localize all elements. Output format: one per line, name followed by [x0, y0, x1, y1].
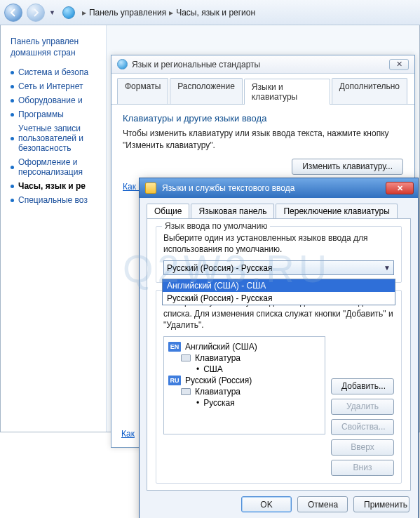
- help-link-bottom[interactable]: Как: [121, 429, 135, 439]
- sidebar-item-system[interactable]: Система и безопа: [11, 67, 100, 77]
- section-text: Чтобы изменить клавиатуру или язык ввода…: [123, 128, 403, 152]
- move-up-button[interactable]: Вверх: [331, 439, 394, 456]
- keyboard-icon: [145, 182, 156, 194]
- breadcrumb-sep: ▸: [169, 8, 173, 18]
- tree-lang-en[interactable]: EN Английский (США): [168, 341, 320, 352]
- breadcrumb: ▸ Панель управления ▸ Часы, язык и регио…: [82, 8, 255, 18]
- tab-langbar[interactable]: Языковая панель: [191, 204, 274, 218]
- breadcrumb-sep: ▸: [82, 8, 86, 18]
- apply-button[interactable]: Применить: [353, 496, 409, 512]
- tab-location[interactable]: Расположение: [170, 78, 243, 104]
- sidebar-item-clock-lang[interactable]: Часы, язык и ре: [11, 181, 100, 191]
- ts-title: Языки и службы текстового ввода: [162, 183, 380, 193]
- sidebar-item-accessibility[interactable]: Специальные воз: [11, 195, 100, 205]
- ts-tabs: Общие Языковая панель Переключение клави…: [140, 198, 418, 218]
- sidebar-item-programs[interactable]: Программы: [11, 109, 100, 119]
- ts-titlebar: Языки и службы текстового ввода ✕: [140, 178, 418, 198]
- keyboard-icon: [181, 388, 191, 395]
- default-lang-dropdown: Английский (США) - США Русский (Россия) …: [162, 279, 395, 305]
- sidebar-item-network[interactable]: Сеть и Интернет: [11, 81, 100, 91]
- move-down-button[interactable]: Вниз: [331, 460, 394, 476]
- ts-panel: Язык ввода по умолчанию Выберите один из…: [147, 218, 411, 491]
- tab-keyboards[interactable]: Языки и клавиатуры: [244, 79, 330, 105]
- tree-layout-en[interactable]: • США: [196, 364, 320, 375]
- globe-icon: [117, 59, 128, 69]
- language-tree[interactable]: EN Английский (США) Клавиатура • США RU …: [163, 336, 325, 434]
- region-title: Язык и региональные стандарты: [132, 60, 385, 69]
- properties-button[interactable]: Свойства...: [331, 419, 394, 435]
- dropdown-option-en[interactable]: Английский (США) - США: [163, 279, 395, 292]
- dropdown-option-ru[interactable]: Русский (Россия) - Русская: [163, 292, 395, 305]
- remove-button[interactable]: Удалить: [331, 399, 394, 415]
- sidebar-item-appearance[interactable]: Оформление и персонализация: [11, 157, 100, 177]
- nav-forward-button[interactable]: [27, 4, 45, 22]
- group-title: Язык ввода по умолчанию: [162, 221, 270, 231]
- sidebar-item-hardware[interactable]: Оборудование и: [11, 95, 100, 105]
- nav-back-button[interactable]: [4, 4, 22, 22]
- close-button[interactable]: ✕: [389, 59, 409, 70]
- region-tabs: Форматы Расположение Языки и клавиатуры …: [111, 74, 414, 105]
- tab-formats[interactable]: Форматы: [117, 78, 168, 104]
- tab-additional[interactable]: Дополнительно: [332, 78, 407, 104]
- tree-buttons: Добавить... Удалить Свойства... Вверх Вн…: [331, 378, 394, 476]
- region-titlebar: Язык и региональные стандарты ✕: [111, 55, 414, 74]
- section-header: Клавиатуры и другие языки ввода: [123, 113, 403, 124]
- text-services-dialog: Языки и службы текстового ввода ✕ Общие …: [139, 178, 419, 518]
- chevron-down-icon: ▼: [384, 264, 391, 272]
- change-keyboard-button[interactable]: Изменить клавиатуру...: [292, 159, 403, 175]
- add-button[interactable]: Добавить...: [331, 378, 394, 394]
- group-installed-services: Установленные службы Выберите нужные слу…: [156, 290, 402, 484]
- ts-footer: OK Отмена Применить: [140, 496, 418, 518]
- sidebar-home-link[interactable]: Панель управлен: [11, 36, 100, 46]
- group-default-lang: Язык ввода по умолчанию Выберите один из…: [156, 226, 402, 283]
- breadcrumb-item[interactable]: Панель управления: [89, 8, 166, 18]
- tab-switch[interactable]: Переключение клавиатуры: [276, 204, 397, 218]
- chevron-down-icon[interactable]: ▼: [49, 9, 55, 16]
- tree-kbd-group[interactable]: Клавиатура: [181, 386, 320, 397]
- default-lang-combo[interactable]: Русский (Россия) - Русская ▼: [163, 260, 394, 275]
- lang-badge-en: EN: [168, 342, 181, 352]
- tree-layout-ru[interactable]: • Русская: [196, 397, 320, 409]
- lang-badge-ru: RU: [168, 376, 181, 385]
- ok-button[interactable]: OK: [241, 496, 292, 512]
- cancel-button[interactable]: Отмена: [297, 496, 348, 512]
- keyboard-icon: [181, 354, 191, 361]
- tab-general[interactable]: Общие: [147, 204, 189, 218]
- sidebar: Панель управлен домашняя стран Система и…: [1, 25, 106, 432]
- explorer-header: ▼ ▸ Панель управления ▸ Часы, язык и рег…: [0, 0, 420, 25]
- sidebar-item-accounts[interactable]: Учетные записи пользователей и безопасно…: [11, 124, 100, 153]
- breadcrumb-item[interactable]: Часы, язык и регион: [176, 8, 255, 18]
- sidebar-home-link2[interactable]: домашняя стран: [11, 48, 100, 58]
- close-button[interactable]: ✕: [386, 182, 414, 194]
- tree-lang-ru[interactable]: RU Русский (Россия): [168, 375, 320, 386]
- group-desc: Выберите один из установленных языков вв…: [163, 232, 394, 255]
- globe-icon: [62, 6, 75, 19]
- tree-kbd-group[interactable]: Клавиатура: [181, 352, 320, 364]
- combo-value: Русский (Россия) - Русская: [167, 263, 272, 273]
